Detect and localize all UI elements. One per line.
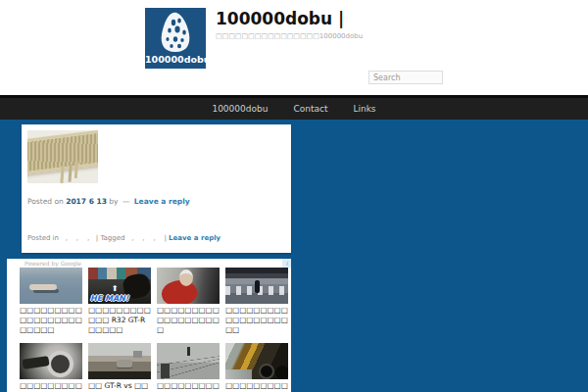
ad-thumbnail-he-man: ⬆ HE MAN! <box>88 268 151 304</box>
ad-thumbnail-truck <box>225 343 288 379</box>
leave-reply-link-2[interactable]: Leave a reply <box>169 234 220 242</box>
ad-thumbnail-crosswalk <box>225 268 288 304</box>
categories-tags-text: Posted in , , , | Tagged , , , | <box>27 234 167 242</box>
nav-item-links[interactable]: Links <box>353 104 375 114</box>
leave-reply-link[interactable]: Leave a reply <box>134 197 190 206</box>
ad-tile-1[interactable]: □□□□□□□□□□□□□□□□□□□□□□□ <box>20 268 82 335</box>
thumbnail-overlay-text: HE MAN! <box>90 294 128 303</box>
google-ad-block: Powered by Google i □□□□□□□□□□□□□□□□□□□□… <box>7 259 291 392</box>
site-title[interactable]: 100000dobu | <box>216 9 344 28</box>
ad-caption: □□□□□□□□□□□□□□□□□□ <box>225 381 288 392</box>
content-area: Posted on 2017 6 13 by — Leave a reply P… <box>0 120 588 392</box>
dobu-blob-icon <box>159 11 192 56</box>
nav-item-contact[interactable]: Contact <box>293 104 327 114</box>
ad-thumbnail-highway-dashcam <box>88 343 151 379</box>
site-logo[interactable]: 100000dobu <box>145 8 206 69</box>
ad-tile-3[interactable]: □□□□□□□□□□□□□□□□□□□ <box>157 268 220 335</box>
ad-tile-6[interactable]: □□ GT-R vs □□□□□□□□□□ <box>88 343 151 392</box>
ad-caption: □□ GT-R vs □□□□□□□□□□ <box>88 381 151 392</box>
adchoices-icon[interactable]: i <box>282 259 291 268</box>
post-thumbnail-image[interactable] <box>27 130 98 183</box>
ad-caption: □□□□□□□□□□□□□□□□□□□□ <box>225 306 288 335</box>
ad-caption: □□□□□□□□□□□□ R32 GT-R□□□□□ <box>88 306 151 335</box>
ad-tile-5[interactable]: □□□□□□□□□□□□□□□□□□□□□ <box>20 343 82 392</box>
powered-by-google-label: Powered by Google <box>24 260 81 267</box>
ad-tile-7[interactable]: □□□□□□□□□□□□□□□□□□□ <box>157 343 220 392</box>
ad-thumbnail-red-jacket-man <box>157 268 220 304</box>
site-tagline: □□□□□□□□□□□□□□□□100000dobu <box>216 32 363 40</box>
page: 100000dobu 100000dobu | □□□□□□□□□□□□□□□□… <box>0 0 588 392</box>
posted-on-label: Posted on <box>27 197 64 206</box>
up-arrow-icon: ⬆ <box>112 284 119 293</box>
ad-thumbnail-swimmer <box>20 268 82 304</box>
ad-caption: □□□□□□□□□□□□□□□□□□□ <box>157 306 220 335</box>
ad-tile-2[interactable]: ⬆ HE MAN! □□□□□□□□□□□□ R32 GT-R□□□□□ <box>88 268 151 335</box>
ad-tile-4[interactable]: □□□□□□□□□□□□□□□□□□□□ <box>225 268 288 335</box>
ad-caption: □□□□□□□□□□□□□□□□□□□ <box>157 381 220 392</box>
ad-row-2: □□□□□□□□□□□□□□□□□□□□□ □□ GT-R vs □□□□□□□… <box>20 343 291 392</box>
post-meta-line: Posted on 2017 6 13 by — Leave a reply <box>27 197 190 206</box>
meta-dash: — <box>122 197 130 206</box>
logo-label: 100000dobu <box>145 54 206 65</box>
post-date-link[interactable]: 2017 6 13 <box>66 197 107 206</box>
search-input[interactable] <box>368 71 443 84</box>
post-footer-meta: Posted in , , , | Tagged , , , | Leave a… <box>27 234 220 242</box>
ad-caption: □□□□□□□□□□□□□□□□□□□□□ <box>20 381 82 392</box>
ad-row-1: □□□□□□□□□□□□□□□□□□□□□□□ ⬆ HE MAN! □□□□□□… <box>20 268 291 335</box>
ad-caption: □□□□□□□□□□□□□□□□□□□□□□□ <box>20 306 82 335</box>
ad-thumbnail-car-interior <box>20 343 82 379</box>
ad-thumbnail-tightrope <box>157 343 220 379</box>
nav-item-home[interactable]: 100000dobu <box>212 104 268 114</box>
by-label: by <box>109 197 118 206</box>
site-header: 100000dobu 100000dobu | □□□□□□□□□□□□□□□□… <box>0 0 588 95</box>
main-nav: 100000dobu Contact Links <box>0 95 588 120</box>
post-card: Posted on 2017 6 13 by — Leave a reply P… <box>22 124 291 253</box>
ad-tile-8[interactable]: □□□□□□□□□□□□□□□□□□ <box>225 343 288 392</box>
